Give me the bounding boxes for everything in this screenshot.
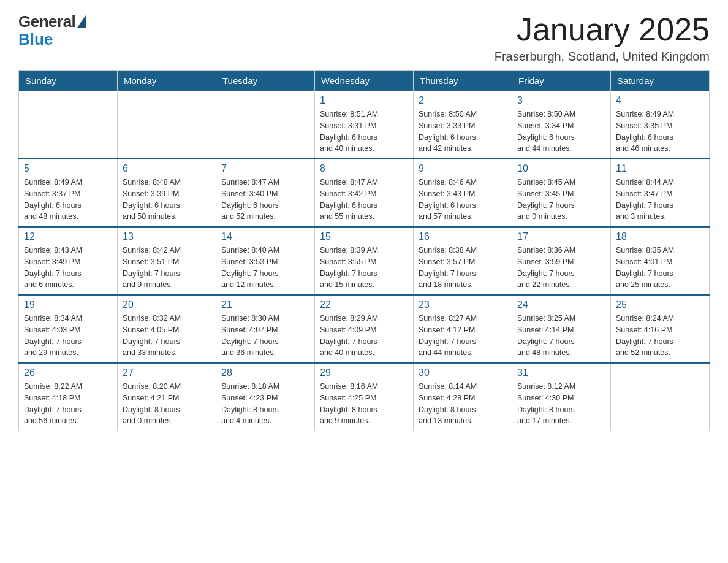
calendar-cell: 27Sunrise: 8:20 AM Sunset: 4:21 PM Dayli… [118, 363, 216, 431]
day-number: 20 [123, 299, 211, 310]
calendar-header-row: SundayMondayTuesdayWednesdayThursdayFrid… [19, 71, 710, 91]
day-number: 4 [616, 95, 704, 106]
calendar-cell: 30Sunrise: 8:14 AM Sunset: 4:28 PM Dayli… [414, 363, 512, 431]
day-info: Sunrise: 8:36 AM Sunset: 3:59 PM Dayligh… [517, 245, 605, 291]
calendar-cell: 4Sunrise: 8:49 AM Sunset: 3:35 PM Daylig… [611, 91, 710, 159]
day-info: Sunrise: 8:48 AM Sunset: 3:39 PM Dayligh… [123, 177, 211, 223]
day-number: 1 [320, 95, 408, 106]
day-number: 23 [419, 299, 507, 310]
day-number: 7 [221, 163, 309, 174]
day-number: 26 [24, 367, 112, 378]
week-row-1: 1Sunrise: 8:51 AM Sunset: 3:31 PM Daylig… [19, 91, 710, 159]
week-row-5: 26Sunrise: 8:22 AM Sunset: 4:18 PM Dayli… [19, 363, 710, 431]
day-info: Sunrise: 8:27 AM Sunset: 4:12 PM Dayligh… [419, 313, 507, 359]
day-info: Sunrise: 8:42 AM Sunset: 3:51 PM Dayligh… [123, 245, 211, 291]
week-row-2: 5Sunrise: 8:49 AM Sunset: 3:37 PM Daylig… [19, 159, 710, 227]
day-info: Sunrise: 8:46 AM Sunset: 3:43 PM Dayligh… [419, 177, 507, 223]
calendar-cell: 5Sunrise: 8:49 AM Sunset: 3:37 PM Daylig… [19, 159, 118, 227]
calendar-cell: 1Sunrise: 8:51 AM Sunset: 3:31 PM Daylig… [315, 91, 414, 159]
calendar-cell: 29Sunrise: 8:16 AM Sunset: 4:25 PM Dayli… [315, 363, 414, 431]
calendar-cell: 3Sunrise: 8:50 AM Sunset: 3:34 PM Daylig… [512, 91, 611, 159]
logo-blue-text: Blue [18, 30, 53, 49]
day-number: 15 [320, 231, 408, 242]
day-info: Sunrise: 8:47 AM Sunset: 3:42 PM Dayligh… [320, 177, 408, 223]
day-number: 29 [320, 367, 408, 378]
calendar-cell: 11Sunrise: 8:44 AM Sunset: 3:47 PM Dayli… [611, 159, 710, 227]
day-number: 8 [320, 163, 408, 174]
day-number: 18 [616, 231, 704, 242]
logo-general-text: General [18, 12, 75, 31]
calendar-cell: 18Sunrise: 8:35 AM Sunset: 4:01 PM Dayli… [611, 227, 710, 295]
location-subtitle: Fraserburgh, Scotland, United Kingdom [495, 50, 710, 64]
calendar-cell: 6Sunrise: 8:48 AM Sunset: 3:39 PM Daylig… [118, 159, 216, 227]
calendar-header-tuesday: Tuesday [216, 71, 315, 91]
calendar-cell: 9Sunrise: 8:46 AM Sunset: 3:43 PM Daylig… [414, 159, 512, 227]
calendar-cell: 8Sunrise: 8:47 AM Sunset: 3:42 PM Daylig… [315, 159, 414, 227]
day-info: Sunrise: 8:47 AM Sunset: 3:40 PM Dayligh… [221, 177, 309, 223]
day-number: 10 [517, 163, 605, 174]
title-block: January 2025 Fraserburgh, Scotland, Unit… [495, 12, 710, 64]
calendar-cell: 12Sunrise: 8:43 AM Sunset: 3:49 PM Dayli… [19, 227, 118, 295]
calendar-cell: 25Sunrise: 8:24 AM Sunset: 4:16 PM Dayli… [611, 295, 710, 363]
day-info: Sunrise: 8:49 AM Sunset: 3:37 PM Dayligh… [24, 177, 112, 223]
calendar-cell [118, 91, 216, 159]
day-info: Sunrise: 8:49 AM Sunset: 3:35 PM Dayligh… [616, 109, 704, 155]
calendar-cell: 10Sunrise: 8:45 AM Sunset: 3:45 PM Dayli… [512, 159, 611, 227]
day-number: 2 [419, 95, 507, 106]
calendar-cell: 7Sunrise: 8:47 AM Sunset: 3:40 PM Daylig… [216, 159, 315, 227]
day-info: Sunrise: 8:24 AM Sunset: 4:16 PM Dayligh… [616, 313, 704, 359]
calendar-cell: 15Sunrise: 8:39 AM Sunset: 3:55 PM Dayli… [315, 227, 414, 295]
day-info: Sunrise: 8:44 AM Sunset: 3:47 PM Dayligh… [616, 177, 704, 223]
day-info: Sunrise: 8:12 AM Sunset: 4:30 PM Dayligh… [517, 381, 605, 427]
day-number: 25 [616, 299, 704, 310]
day-number: 13 [123, 231, 211, 242]
calendar-header-monday: Monday [118, 71, 216, 91]
calendar-cell [19, 91, 118, 159]
calendar-header-saturday: Saturday [611, 71, 710, 91]
calendar-cell: 2Sunrise: 8:50 AM Sunset: 3:33 PM Daylig… [414, 91, 512, 159]
day-number: 22 [320, 299, 408, 310]
day-number: 6 [123, 163, 211, 174]
day-info: Sunrise: 8:50 AM Sunset: 3:33 PM Dayligh… [419, 109, 507, 155]
day-info: Sunrise: 8:18 AM Sunset: 4:23 PM Dayligh… [221, 381, 309, 427]
day-number: 24 [517, 299, 605, 310]
calendar-cell: 17Sunrise: 8:36 AM Sunset: 3:59 PM Dayli… [512, 227, 611, 295]
logo-triangle-icon [77, 15, 86, 28]
calendar-cell: 19Sunrise: 8:34 AM Sunset: 4:03 PM Dayli… [19, 295, 118, 363]
day-number: 31 [517, 367, 605, 378]
week-row-4: 19Sunrise: 8:34 AM Sunset: 4:03 PM Dayli… [19, 295, 710, 363]
calendar-cell [216, 91, 315, 159]
day-info: Sunrise: 8:20 AM Sunset: 4:21 PM Dayligh… [123, 381, 211, 427]
calendar-cell: 14Sunrise: 8:40 AM Sunset: 3:53 PM Dayli… [216, 227, 315, 295]
calendar-cell: 23Sunrise: 8:27 AM Sunset: 4:12 PM Dayli… [414, 295, 512, 363]
day-number: 21 [221, 299, 309, 310]
day-number: 19 [24, 299, 112, 310]
day-info: Sunrise: 8:29 AM Sunset: 4:09 PM Dayligh… [320, 313, 408, 359]
day-info: Sunrise: 8:51 AM Sunset: 3:31 PM Dayligh… [320, 109, 408, 155]
calendar-header-wednesday: Wednesday [315, 71, 414, 91]
day-number: 5 [24, 163, 112, 174]
logo: General Blue [18, 12, 86, 49]
calendar-cell: 26Sunrise: 8:22 AM Sunset: 4:18 PM Dayli… [19, 363, 118, 431]
day-info: Sunrise: 8:35 AM Sunset: 4:01 PM Dayligh… [616, 245, 704, 291]
day-info: Sunrise: 8:34 AM Sunset: 4:03 PM Dayligh… [24, 313, 112, 359]
day-info: Sunrise: 8:25 AM Sunset: 4:14 PM Dayligh… [517, 313, 605, 359]
calendar-header-sunday: Sunday [19, 71, 118, 91]
day-info: Sunrise: 8:40 AM Sunset: 3:53 PM Dayligh… [221, 245, 309, 291]
day-info: Sunrise: 8:45 AM Sunset: 3:45 PM Dayligh… [517, 177, 605, 223]
calendar-header-friday: Friday [512, 71, 611, 91]
day-number: 3 [517, 95, 605, 106]
calendar-cell: 28Sunrise: 8:18 AM Sunset: 4:23 PM Dayli… [216, 363, 315, 431]
calendar-cell: 24Sunrise: 8:25 AM Sunset: 4:14 PM Dayli… [512, 295, 611, 363]
day-number: 27 [123, 367, 211, 378]
day-number: 11 [616, 163, 704, 174]
calendar-cell: 21Sunrise: 8:30 AM Sunset: 4:07 PM Dayli… [216, 295, 315, 363]
week-row-3: 12Sunrise: 8:43 AM Sunset: 3:49 PM Dayli… [19, 227, 710, 295]
calendar-cell: 16Sunrise: 8:38 AM Sunset: 3:57 PM Dayli… [414, 227, 512, 295]
day-number: 12 [24, 231, 112, 242]
calendar-cell: 31Sunrise: 8:12 AM Sunset: 4:30 PM Dayli… [512, 363, 611, 431]
month-title: January 2025 [495, 12, 710, 47]
day-number: 28 [221, 367, 309, 378]
calendar-cell: 20Sunrise: 8:32 AM Sunset: 4:05 PM Dayli… [118, 295, 216, 363]
calendar-cell: 13Sunrise: 8:42 AM Sunset: 3:51 PM Dayli… [118, 227, 216, 295]
